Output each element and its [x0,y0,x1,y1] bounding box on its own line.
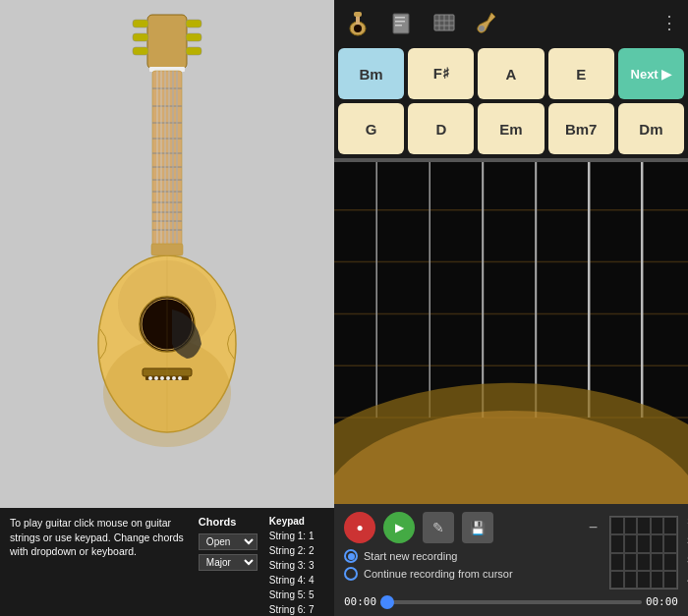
svg-rect-0 [147,15,187,69]
mini-chord-diagram [609,516,678,589]
save-icon: 💾 [470,521,486,535]
transport-row: ● ▶ ✎ 💾 − [344,512,602,543]
chord-type-2-dropdown[interactable]: Major [199,554,258,571]
bottom-controls: ● ▶ ✎ 💾 − [334,504,688,616]
recording-options: Start new recording Continue recording f… [344,549,602,581]
chords-label: Chords [199,516,258,528]
svg-rect-71 [334,158,688,162]
svg-rect-49 [395,25,402,27]
keypad-string2: String 2: 2 [269,543,324,558]
svg-point-36 [160,376,164,380]
chord-btn-em[interactable]: Em [478,103,544,154]
book-toolbar-icon[interactable] [385,7,417,38]
play-button[interactable]: ▶ [383,512,415,543]
svg-point-34 [148,376,152,380]
fretboard-toolbar-icon[interactable] [429,7,460,38]
svg-rect-40 [151,244,183,255]
chord-btn-bm7[interactable]: Bm7 [548,103,614,154]
info-panel: To play guitar click mouse on guitar str… [0,508,334,616]
chords-section: Chords Open Major [199,516,258,608]
svg-point-56 [479,26,485,31]
svg-point-37 [166,376,170,380]
continue-label: Continue recording from cursor [364,568,513,580]
keypad-string1: String 1: 1 [269,529,324,543]
chord-row-2: G D Em Bm7 Dm [334,99,688,158]
edit-button[interactable]: ✎ [423,512,454,543]
chord-btn-e[interactable]: E [548,48,614,99]
svg-point-35 [154,376,158,380]
time-start: 00:00 [344,595,376,608]
chord-btn-d[interactable]: D [408,103,474,154]
right-panel: ⋮ Bm F♯ A E Next ▶ G D Em Bm7 Dm [334,0,688,616]
chord-btn-bm[interactable]: Bm [338,48,404,99]
svg-rect-2 [133,33,148,41]
time-end: 00:00 [646,595,678,608]
record-button[interactable]: ● [344,512,375,543]
keypad-string5: String 5: 5 [269,588,324,602]
time-row: 00:00 00:00 [344,595,678,608]
top-toolbar: ⋮ [334,0,688,44]
svg-rect-6 [186,47,201,55]
svg-rect-47 [395,17,405,19]
svg-point-45 [354,25,362,32]
svg-point-39 [178,376,182,380]
play-icon: ▶ [395,521,404,534]
chord-type-1-dropdown[interactable]: Open [199,533,258,550]
keypad-section: Keypad String 1: 1 String 2: 2 String 3:… [269,516,324,608]
svg-point-38 [172,376,176,380]
continue-radio[interactable] [344,567,358,581]
svg-rect-4 [186,20,201,28]
svg-rect-3 [133,47,148,55]
keypad-label: Keypad [269,516,324,527]
svg-rect-1 [133,20,148,28]
next-button[interactable]: Next ▶ [618,48,684,99]
minus-button[interactable]: − [585,519,602,536]
record-icon: ● [356,521,363,534]
start-new-recording-option[interactable]: Start new recording [344,549,602,563]
svg-rect-44 [354,12,362,17]
electric-guitar-toolbar-icon[interactable] [472,7,503,38]
guitar-image [69,10,265,491]
start-new-label: Start new recording [364,550,457,562]
fretboard-area[interactable] [334,158,688,504]
seek-handle[interactable] [380,595,394,609]
more-menu-icon[interactable]: ⋮ [660,12,680,33]
chord-btn-fsharp[interactable]: F♯ [408,48,474,99]
transport-section: ● ▶ ✎ 💾 − [344,512,602,589]
keypad-string4: String 4: 4 [269,573,324,588]
keypad-string6: String 6: 7 [269,602,324,616]
save-button[interactable]: 💾 [462,512,493,543]
chord-btn-g[interactable]: G [338,103,404,154]
seek-bar[interactable] [380,600,642,604]
chord-btn-dm[interactable]: Dm [618,103,684,154]
svg-rect-5 [186,33,201,41]
chord-btn-a[interactable]: A [478,48,544,99]
left-panel: To play guitar click mouse on guitar str… [0,0,334,616]
info-text: To play guitar click mouse on guitar str… [10,516,187,608]
continue-recording-option[interactable]: Continue recording from cursor [344,567,602,581]
start-new-radio[interactable] [344,549,358,563]
svg-rect-48 [395,21,405,23]
fretboard-background [334,158,688,504]
guitar-toolbar-icon[interactable] [342,7,373,38]
chord-row-1: Bm F♯ A E Next ▶ [334,44,688,99]
keypad-string3: String 3: 3 [269,558,324,573]
edit-icon: ✎ [432,520,444,535]
